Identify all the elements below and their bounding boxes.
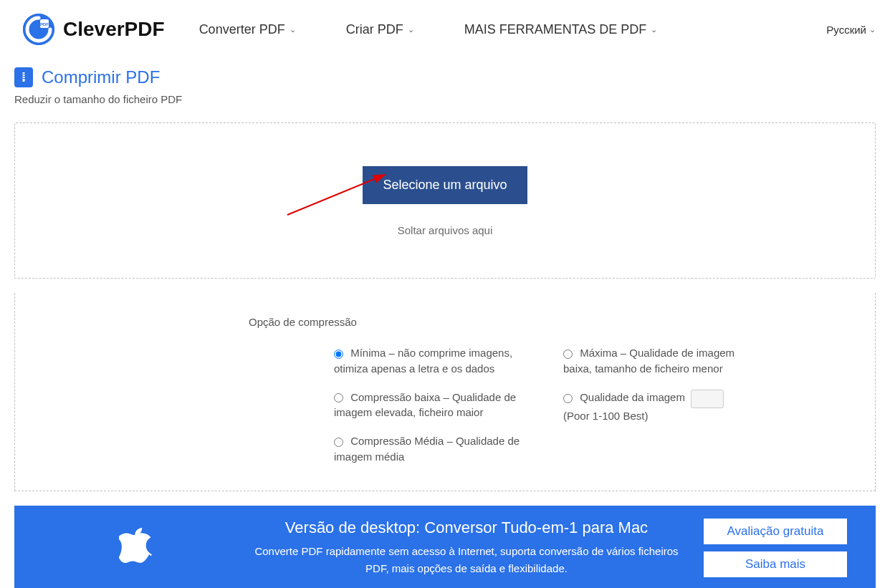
nav-more-tools[interactable]: MAIS FERRAMENTAS DE PDF ⌄ xyxy=(464,22,658,37)
language-selector[interactable]: Русский ⌄ xyxy=(826,24,876,36)
quality-input[interactable] xyxy=(691,390,724,408)
option-media-label: Compressão Média – Qualidade de imagem m… xyxy=(334,435,520,463)
option-media[interactable]: Compressão Média – Qualidade de imagem m… xyxy=(334,435,520,463)
promo-description: Converte PDF rapidamente sem acesso à In… xyxy=(244,543,689,577)
file-drop-zone[interactable]: Selecione um arquivo Soltar arquivos aqu… xyxy=(14,122,876,279)
option-quality[interactable]: Qualidade da imagem (Poor 1-100 Best) xyxy=(563,391,727,421)
svg-rect-7 xyxy=(23,79,25,82)
option-baixa-radio[interactable] xyxy=(334,393,343,403)
apple-icon xyxy=(119,528,153,568)
option-baixa-label: Compressão baixa – Qualidade de imagem e… xyxy=(334,391,516,419)
option-quality-suffix: (Poor 1-100 Best) xyxy=(563,410,648,422)
brand-logo-icon: PDF xyxy=(23,14,54,45)
page-subtitle: Reduzir o tamanho do ficheiro PDF xyxy=(14,93,876,105)
brand-logo[interactable]: PDF CleverPDF xyxy=(23,14,165,45)
desktop-promo-banner: Versão de desktop: Conversor Tudo-em-1 p… xyxy=(14,506,876,589)
option-baixa[interactable]: Compressão baixa – Qualidade de imagem e… xyxy=(334,391,516,419)
nav-convert-pdf[interactable]: Converter PDF ⌄ xyxy=(199,22,296,37)
option-maxima-radio[interactable] xyxy=(563,350,573,359)
free-trial-button[interactable]: Avaliação gratuita xyxy=(704,519,847,544)
drop-hint: Soltar arquivos aqui xyxy=(15,224,875,236)
brand-name: CleverPDF xyxy=(63,18,165,41)
option-minima[interactable]: Mínima – não comprime imagens, otimiza a… xyxy=(334,347,512,375)
svg-text:PDF: PDF xyxy=(40,22,49,26)
option-maxima[interactable]: Máxima – Qualidade de imagem baixa, tama… xyxy=(563,347,735,375)
chevron-down-icon: ⌄ xyxy=(869,25,876,34)
chevron-down-icon: ⌄ xyxy=(408,25,414,34)
option-maxima-label: Máxima – Qualidade de imagem baixa, tama… xyxy=(563,347,735,375)
nav-convert-label: Converter PDF xyxy=(199,22,285,37)
nav-create-label: Criar PDF xyxy=(346,22,403,37)
nav-more-label: MAIS FERRAMENTAS DE PDF xyxy=(464,22,647,37)
option-minima-radio[interactable] xyxy=(334,350,343,359)
svg-rect-4 xyxy=(23,72,25,74)
option-quality-prefix: Qualidade da imagem xyxy=(580,391,685,403)
compression-options-panel: Opção de compressão Mínima – não comprim… xyxy=(14,293,876,491)
option-minima-label: Mínima – não comprime imagens, otimiza a… xyxy=(334,347,512,375)
svg-rect-5 xyxy=(23,74,25,76)
compress-icon xyxy=(14,67,33,87)
options-heading: Opção de compressão xyxy=(249,316,875,328)
learn-more-button[interactable]: Saiba mais xyxy=(704,551,847,577)
nav-create-pdf[interactable]: Criar PDF ⌄ xyxy=(346,22,414,37)
svg-rect-6 xyxy=(23,77,25,78)
page-title: Comprimir PDF xyxy=(42,67,160,87)
option-media-radio[interactable] xyxy=(334,438,343,447)
promo-title: Versão de desktop: Conversor Tudo-em-1 p… xyxy=(244,519,689,537)
chevron-down-icon: ⌄ xyxy=(290,25,296,34)
language-label: Русский xyxy=(826,24,866,36)
option-quality-radio[interactable] xyxy=(563,394,573,403)
chevron-down-icon: ⌄ xyxy=(651,25,657,34)
select-file-button[interactable]: Selecione um arquivo xyxy=(363,166,527,204)
